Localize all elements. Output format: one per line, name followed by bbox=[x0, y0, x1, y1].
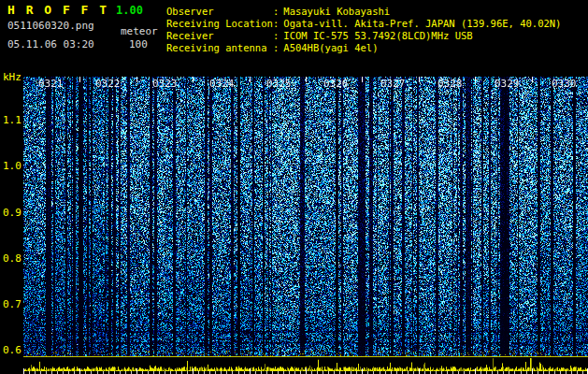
time-tick-label: 0330 bbox=[552, 78, 577, 90]
time-tick-label: 0329 bbox=[495, 78, 520, 90]
freq-tick-label: 0.9 bbox=[3, 207, 22, 219]
freq-tick-label: 0.7 bbox=[3, 298, 22, 310]
info-separator: : bbox=[273, 18, 279, 30]
output-filename: 0511060320.png bbox=[7, 20, 94, 32]
info-label: Receiving Location bbox=[166, 18, 273, 30]
freq-tick-label: 1.0 bbox=[3, 160, 22, 172]
info-value: A504HB(yagi 4el) bbox=[283, 42, 378, 53]
observation-mode: meteor bbox=[121, 25, 158, 37]
time-tick-label: 0321 bbox=[38, 78, 64, 90]
info-separator: : bbox=[273, 42, 279, 54]
info-value: Masayuki Kobayashi bbox=[283, 6, 390, 17]
time-tick-label: 0323 bbox=[152, 78, 178, 90]
info-value: ICOM IC-575 53.7492(8LCD)MHz USB bbox=[283, 30, 472, 41]
info-separator: : bbox=[273, 30, 279, 42]
info-row-observer: Observer:Masayuki Kobayashi bbox=[166, 6, 561, 18]
time-tick-label: 0325 bbox=[266, 78, 292, 90]
info-separator: : bbox=[273, 6, 279, 18]
time-tick-label: 0328 bbox=[437, 78, 463, 90]
app-title: H R O F F T bbox=[7, 3, 108, 17]
info-panel: Observer:Masayuki Kobayashi Receiving Lo… bbox=[166, 6, 561, 54]
observation-datetime: 05.11.06 03:20 bbox=[7, 38, 94, 50]
info-label: Receiver bbox=[166, 30, 273, 42]
freq-tick-label: 0.8 bbox=[3, 252, 22, 265]
freq-tick-label: 1.1 bbox=[3, 114, 22, 126]
freq-unit-label: kHz bbox=[3, 71, 22, 83]
time-tick-label: 0322 bbox=[95, 78, 121, 90]
time-tick-label: 0326 bbox=[323, 78, 349, 90]
time-tick-label: 0327 bbox=[380, 78, 406, 90]
info-row-location: Receiving Location:Ogata-vill. Akita-Pre… bbox=[166, 18, 561, 30]
time-tick-label: 0324 bbox=[209, 78, 235, 90]
info-row-antenna: Receiving antenna:A504HB(yagi 4el) bbox=[166, 42, 561, 54]
spectrogram-canvas bbox=[23, 77, 588, 374]
gain-value: 100 bbox=[129, 38, 148, 50]
info-label: Observer bbox=[166, 6, 273, 18]
info-row-receiver: Receiver:ICOM IC-575 53.7492(8LCD)MHz US… bbox=[166, 30, 561, 42]
info-value: Ogata-vill. Akita-Pref. JAPAN (139.96E, … bbox=[283, 18, 561, 29]
app-version: 1.00 bbox=[116, 4, 143, 17]
freq-tick-label: 0.6 bbox=[3, 344, 22, 356]
info-label: Receiving antenna bbox=[166, 42, 273, 54]
hrofft-window: { "titlebar": { "app_name": "H R O F F T… bbox=[0, 0, 588, 374]
